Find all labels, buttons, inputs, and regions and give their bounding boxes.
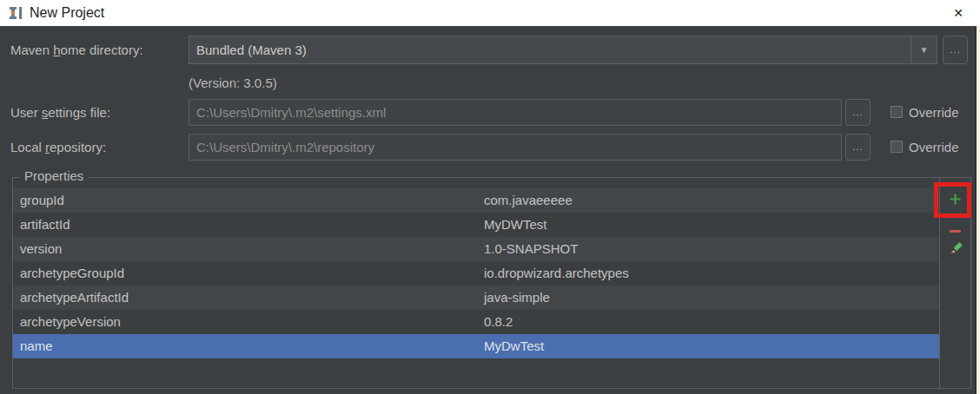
properties-toolbar [939,178,970,388]
maven-home-value: Bundled (Maven 3) [196,36,307,63]
property-value: 1.0-SNAPSHOT [484,237,578,261]
minus-icon [950,230,961,233]
property-key: archetypeVersion [20,310,121,334]
property-value: 0.8.2 [484,310,513,334]
property-key: version [20,237,62,261]
properties-group-title: Properties [20,168,88,183]
user-settings-label: User settings file: [10,99,110,126]
maven-home-combobox[interactable]: Bundled (Maven 3) ▼ [189,36,937,64]
table-row[interactable]: archetypeVersion 0.8.2 [13,310,940,334]
property-key: artifactId [20,213,70,237]
window-title: New Project [30,0,104,26]
table-row[interactable]: name MyDwTest [13,334,940,358]
user-settings-field[interactable]: C:\Users\Dmitry\.m2\settings.xml [189,99,842,126]
add-button[interactable] [940,189,970,212]
table-row[interactable]: archetypeGroupId io.dropwizard.archetype… [13,261,940,286]
maven-version-note: (Version: 3.0.5) [189,76,277,90]
properties-group: Properties groupId com.javaeeeee artifac… [12,177,971,389]
table-row[interactable]: groupId com.javaeeeee [13,188,940,213]
maven-home-label: Maven home directory: [10,36,143,64]
property-value: io.dropwizard.archetypes [484,261,629,286]
local-repository-override-label: Override [909,134,959,161]
local-repository-label: Local repository: [10,134,106,161]
property-value: MyDwTest [484,334,544,358]
user-settings-override-label: Override [909,99,959,126]
user-settings-browse-button[interactable]: ... [845,99,871,126]
property-key: name [20,334,53,358]
table-row[interactable]: archetypeArtifactId java-simple [13,286,940,310]
property-value: java-simple [484,286,550,310]
table-row[interactable]: artifactId MyDWTest [13,213,940,237]
property-key: groupId [20,188,64,213]
background-edge-strip [977,26,980,394]
user-settings-override-checkbox[interactable] [891,106,903,118]
table-row[interactable]: version 1.0-SNAPSHOT [13,237,940,261]
local-repository-override-checkbox[interactable] [891,141,903,153]
property-key: archetypeGroupId [20,261,124,286]
property-value: MyDWTest [484,213,547,237]
property-key: archetypeArtifactId [20,286,129,310]
edit-button[interactable] [940,233,970,265]
intellij-logo-icon [9,6,26,20]
pencil-icon [949,241,963,258]
titlebar: New Project ✕ [0,0,980,26]
close-icon[interactable]: ✕ [945,0,971,26]
local-repository-field[interactable]: C:\Users\Dmitry\.m2\repository [189,134,842,161]
plus-icon [949,193,962,208]
maven-home-browse-button[interactable]: ... [943,36,968,64]
chevron-down-icon[interactable]: ▼ [910,36,937,63]
local-repository-browse-button[interactable]: ... [845,134,871,161]
properties-table: groupId com.javaeeeee artifactId MyDWTes… [13,188,940,358]
property-value: com.javaeeeee [484,188,573,213]
